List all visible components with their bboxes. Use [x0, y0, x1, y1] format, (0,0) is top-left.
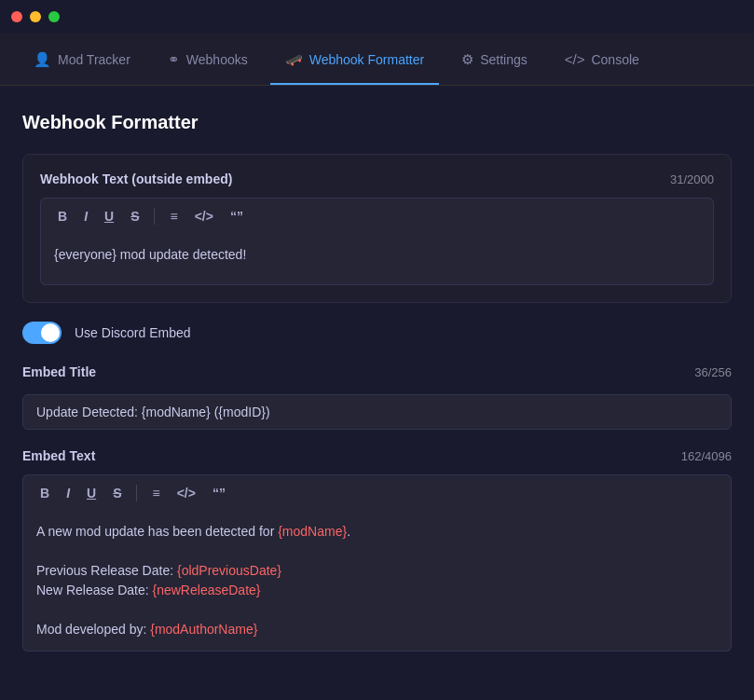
embed-line-new-date: New Release Date: {newReleaseDate}: [36, 581, 718, 600]
embed-text-toolbar: B I U S ≡ </> “”: [22, 474, 732, 511]
embed-underline-button[interactable]: U: [81, 483, 102, 503]
embed-code-button[interactable]: </>: [171, 483, 201, 503]
embed-line-blank-2: [36, 600, 718, 620]
minimize-button[interactable]: [30, 11, 41, 22]
maximize-button[interactable]: [48, 11, 60, 22]
nav-webhooks-label: Webhooks: [186, 52, 248, 67]
embed-title-header: Embed Title 36/256: [22, 364, 732, 379]
embed-text-char-count: 162/4096: [681, 449, 732, 463]
close-button[interactable]: [11, 11, 22, 22]
embed-title-label: Embed Title: [22, 364, 96, 379]
nav-settings[interactable]: ⚙ Settings: [446, 34, 542, 85]
webhook-text-header: Webhook Text (outside embed) 31/2000: [40, 172, 714, 186]
webhook-text-content: {everyone} mod update detected!: [54, 247, 246, 262]
embed-line-prev-date: Previous Release Date: {oldPreviousDate}: [36, 561, 718, 581]
code-inline-button[interactable]: </>: [189, 206, 219, 226]
list-button[interactable]: ≡: [164, 206, 183, 226]
discord-embed-toggle[interactable]: [22, 322, 62, 344]
webhook-text-card: Webhook Text (outside embed) 31/2000 B I…: [22, 154, 732, 303]
embed-title-char-count: 36/256: [694, 365, 732, 379]
webhook-text-editor[interactable]: {everyone} mod update detected!: [40, 234, 714, 285]
var-mod-name: {modName}: [278, 524, 347, 539]
webhook-text-char-count: 31/2000: [670, 172, 714, 186]
nav-webhook-formatter-label: Webhook Formatter: [309, 52, 424, 67]
nav-mod-tracker-label: Mod Tracker: [58, 52, 130, 67]
var-author-name: {modAuthorName}: [150, 622, 257, 637]
nav-webhook-formatter[interactable]: 🛹 Webhook Formatter: [270, 34, 439, 85]
toolbar-divider-1: [154, 208, 155, 225]
nav-console[interactable]: </> Console: [550, 34, 654, 85]
page-title: Webhook Formatter: [22, 112, 732, 133]
italic-button[interactable]: I: [78, 206, 93, 226]
embed-text-label: Embed Text: [22, 448, 95, 463]
embed-line-blank-1: [36, 542, 718, 561]
underline-button[interactable]: U: [99, 206, 119, 226]
nav-settings-label: Settings: [480, 52, 528, 67]
quote-button[interactable]: “”: [225, 206, 249, 226]
embed-title-block: Embed Title 36/256: [22, 364, 732, 430]
webhook-text-toolbar: B I U S ≡ </> “”: [40, 198, 714, 234]
nav-console-label: Console: [591, 52, 638, 67]
embed-quote-button[interactable]: “”: [207, 483, 231, 503]
gear-icon: ⚙: [461, 51, 473, 68]
embed-line-author: Mod developed by: {modAuthorName}: [36, 620, 718, 639]
navbar: 👤 Mod Tracker ⚭ Webhooks 🛹 Webhook Forma…: [0, 34, 754, 86]
webhooks-icon: ⚭: [168, 51, 180, 68]
discord-embed-toggle-label: Use Discord Embed: [75, 325, 191, 340]
strikethrough-button[interactable]: S: [125, 206, 144, 226]
embed-italic-button[interactable]: I: [61, 483, 75, 503]
embed-toolbar-divider: [136, 485, 137, 501]
nav-mod-tracker[interactable]: 👤 Mod Tracker: [19, 34, 145, 85]
titlebar: [0, 0, 754, 34]
code-icon: </>: [565, 51, 585, 67]
discord-embed-toggle-row: Use Discord Embed: [22, 322, 732, 344]
embed-text-block: Embed Text 162/4096 B I U S ≡ </> “” A n…: [22, 448, 732, 652]
var-new-date: {newReleaseDate}: [153, 583, 261, 597]
embed-text-header: Embed Text 162/4096: [22, 448, 732, 463]
person-icon: 👤: [34, 51, 51, 68]
embed-title-input[interactable]: [22, 394, 732, 430]
toggle-knob: [41, 323, 60, 342]
var-old-date: {oldPreviousDate}: [177, 563, 281, 578]
embed-text-editor[interactable]: A new mod update has been detected for {…: [22, 511, 732, 652]
webhook-text-label: Webhook Text (outside embed): [40, 172, 232, 186]
main-content: Webhook Formatter Webhook Text (outside …: [0, 86, 754, 700]
embed-strikethrough-button[interactable]: S: [107, 483, 127, 503]
bold-button[interactable]: B: [52, 206, 73, 226]
embed-list-button[interactable]: ≡: [146, 483, 165, 503]
embed-bold-button[interactable]: B: [34, 483, 55, 503]
nav-webhooks[interactable]: ⚭ Webhooks: [153, 34, 263, 85]
monitor-icon: 🛹: [285, 51, 303, 68]
embed-line-1: A new mod update has been detected for {…: [36, 522, 718, 542]
